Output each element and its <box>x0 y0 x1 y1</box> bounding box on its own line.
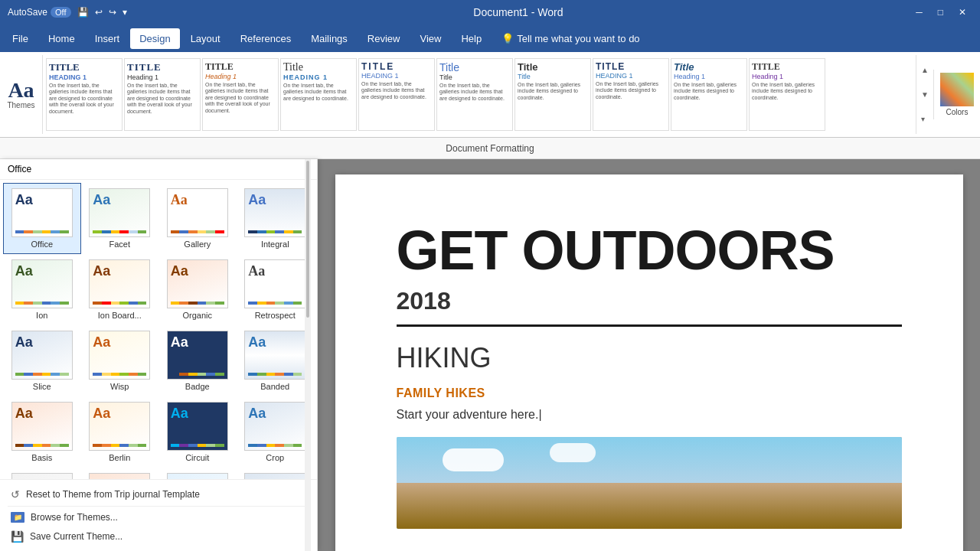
theme-facet[interactable]: Aa Facet <box>81 183 159 254</box>
theme-gallery-preview: Aa <box>167 188 228 237</box>
scroll-down-icon[interactable]: ▼ <box>918 89 932 100</box>
title-bar-controls: ─ □ ✕ <box>910 5 972 19</box>
gallery-theme-9[interactable]: Title Heading 1 On the Insert tab, galle… <box>671 58 747 131</box>
redo-icon[interactable]: ↪ <box>109 7 116 18</box>
colors-swatch[interactable] <box>940 73 974 106</box>
menu-home[interactable]: Home <box>39 28 84 49</box>
reset-theme-button[interactable]: ↺ Reset to Theme from Trip journal Templ… <box>8 484 309 504</box>
ribbon-scroll: ▲ ▼ ▾ <box>916 55 933 134</box>
theme-integral-label: Integral <box>261 240 289 249</box>
document-page[interactable]: GET OUTDOORS 2018 HIKING FAMILY HIKES St… <box>335 174 963 551</box>
theme-ion-board-preview: Aa <box>89 259 150 308</box>
theme-wisp-preview: Aa <box>89 331 150 380</box>
theme-dividend[interactable]: Aa Dividend <box>81 468 159 479</box>
theme-basis-label: Basis <box>31 453 52 462</box>
close-button[interactable]: ✕ <box>952 5 972 19</box>
theme-banded[interactable]: Aa Banded <box>237 325 315 396</box>
theme-wisp[interactable]: Aa Wisp <box>81 325 159 396</box>
doc-image-cloud <box>443 448 504 471</box>
theme-dividend-preview: Aa <box>89 473 150 479</box>
panel-scroll[interactable]: Aa Office Aa <box>0 180 317 479</box>
theme-crop[interactable]: Aa Crop <box>237 396 315 468</box>
panel-scrollbar-thumb[interactable] <box>306 161 309 318</box>
panel-title: Office <box>8 164 31 174</box>
themes-grid: Aa Office Aa <box>0 180 317 479</box>
theme-droplet[interactable]: Aa Droplet <box>158 468 237 479</box>
gallery-theme-10[interactable]: TITLE Heading 1 On the Insert tab, galle… <box>749 58 825 131</box>
theme-damask-preview: Aa <box>11 473 73 479</box>
panel-scrollbar <box>305 159 311 551</box>
gallery-theme-3[interactable]: TITLE Heading 1 On the Insert tab, the g… <box>202 58 279 131</box>
gallery-theme-8[interactable]: TITLE HEADING 1 On the Insert tab, galle… <box>593 58 669 131</box>
gallery-theme-7[interactable]: Title Title On the Insert tab, galleries… <box>514 58 591 131</box>
main-area: Office Aa <box>0 159 980 551</box>
save-icon[interactable]: 💾 <box>77 7 89 18</box>
doc-body-text: Start your adventure here. <box>397 408 539 421</box>
colors-label: Colors <box>946 108 969 116</box>
save-theme-icon: 💾 <box>11 530 24 543</box>
theme-organic[interactable]: Aa Organic <box>158 254 237 325</box>
minimize-button[interactable]: ─ <box>910 5 929 19</box>
theme-wisp-label: Wisp <box>110 382 129 391</box>
menu-insert[interactable]: Insert <box>86 28 129 49</box>
gallery-theme-5[interactable]: TITLE HEADING 1 On the Insert tab, the g… <box>358 58 435 131</box>
menu-layout[interactable]: Layout <box>181 28 230 49</box>
theme-berlin-label: Berlin <box>109 453 130 462</box>
theme-integral[interactable]: Aa Integral <box>237 183 315 254</box>
undo-icon[interactable]: ↩ <box>95 7 103 18</box>
theme-facet-preview: Aa <box>89 188 150 237</box>
scroll-up-icon[interactable]: ▲ <box>918 64 932 76</box>
theme-gallery[interactable]: Aa Gallery <box>158 183 237 254</box>
gallery-theme-2[interactable]: TITLE Heading 1 On the Insert tab, the g… <box>124 58 201 131</box>
theme-retrospect[interactable]: Aa Retrospect <box>237 254 315 325</box>
expand-gallery-icon[interactable]: ▾ <box>918 113 932 125</box>
theme-office-preview: Aa <box>11 188 73 237</box>
menu-search[interactable]: 💡 Tell me what you want to do <box>492 28 648 49</box>
browse-themes-button[interactable]: 📁 Browse for Themes... <box>8 508 309 527</box>
theme-office-label: Office <box>31 240 53 249</box>
theme-ion-board[interactable]: Aa Ion Board... <box>81 254 159 325</box>
document-area: GET OUTDOORS 2018 HIKING FAMILY HIKES St… <box>318 159 980 551</box>
theme-facet-label: Facet <box>109 240 130 249</box>
menu-design[interactable]: Design <box>130 28 179 49</box>
theme-ion[interactable]: Aa Ion <box>3 254 81 325</box>
save-theme-button[interactable]: 💾 Save Current Theme... <box>8 527 309 546</box>
document-title: Document1 - Word <box>473 6 563 18</box>
doc-body[interactable]: Start your adventure here. <box>397 408 902 422</box>
theme-berlin[interactable]: Aa Berlin <box>81 396 159 468</box>
autosave-toggle[interactable]: Off <box>51 7 70 18</box>
menu-mailings[interactable]: Mailings <box>302 28 357 49</box>
doc-year: 2018 <box>397 287 902 315</box>
theme-office[interactable]: Aa Office <box>3 183 81 254</box>
restore-button[interactable]: □ <box>932 5 949 19</box>
doc-format-label: Document Formatting <box>446 143 534 154</box>
footer-separator <box>8 506 309 507</box>
colors-section: Colors <box>933 70 980 119</box>
doc-heading: HIKING <box>397 342 902 374</box>
save-theme-label: Save Current Theme... <box>30 531 122 542</box>
menu-file[interactable]: File <box>3 28 38 49</box>
menu-search-label[interactable]: Tell me what you want to do <box>517 33 639 44</box>
menu-bar: File Home Insert Design Layout Reference… <box>0 24 980 52</box>
theme-crop-label: Crop <box>266 453 284 462</box>
theme-circuit[interactable]: Aa Circuit <box>158 396 237 468</box>
customize-icon[interactable]: ▾ <box>122 7 127 18</box>
gallery-theme-4[interactable]: Title HEADING 1 On the Insert tab, the g… <box>280 58 357 131</box>
menu-help[interactable]: Help <box>452 28 491 49</box>
theme-circuit-label: Circuit <box>185 453 209 462</box>
document-formatting-bar: Document Formatting <box>0 138 980 159</box>
gallery-theme-1[interactable]: TITLE HEADING 1 On the Insert tab, the g… <box>46 58 122 131</box>
themes-button[interactable]: Aa Themes <box>0 55 43 134</box>
theme-badge[interactable]: Aa Badge <box>158 325 237 396</box>
theme-slice[interactable]: Aa Slice <box>3 325 81 396</box>
gallery-theme-6[interactable]: Title Title On the Insert tab, the galle… <box>436 58 513 131</box>
doc-divider <box>397 324 902 327</box>
menu-view[interactable]: View <box>410 28 450 49</box>
theme-damask[interactable]: Aa Damask <box>3 468 81 479</box>
panel-footer: ↺ Reset to Theme from Trip journal Templ… <box>0 479 317 551</box>
menu-references[interactable]: References <box>231 28 300 49</box>
theme-circuit-preview: Aa <box>167 402 228 451</box>
theme-basis[interactable]: Aa Basis <box>3 396 81 468</box>
menu-review[interactable]: Review <box>358 28 410 49</box>
theme-feathered[interactable]: Aa Feathered <box>237 468 315 479</box>
